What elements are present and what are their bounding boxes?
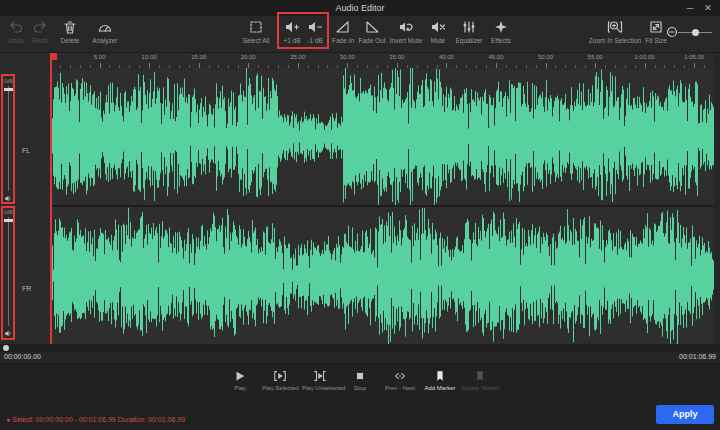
ruler-label: 15.00 — [191, 54, 206, 60]
fit-size-icon — [648, 19, 664, 35]
ruler-label: 55.00 — [588, 54, 603, 60]
volume-up-icon — [284, 19, 300, 35]
fade-out-label: Fade Out — [358, 37, 386, 44]
volume-up-button[interactable]: +1 dB — [281, 19, 303, 44]
stop-label: Stop — [342, 385, 378, 391]
playhead[interactable] — [50, 53, 52, 344]
main-toolbar: Undo Redo Delete Analyzer Select All +1 … — [0, 16, 720, 53]
invert-mute-button[interactable]: Invert Mute — [388, 19, 424, 44]
play-label: Play — [222, 385, 258, 391]
zoom-slider-thumb[interactable] — [692, 29, 699, 36]
fader-fr-thumb[interactable] — [4, 219, 13, 222]
redo-icon — [32, 19, 48, 35]
delete-marker-button[interactable]: Delete Marker — [462, 369, 498, 391]
fader-fl-speaker-icon[interactable] — [4, 194, 13, 203]
play-selected-label: Play Selected — [262, 385, 298, 391]
window-title: Audio Editor — [0, 0, 720, 16]
ruler-label: 45.00 — [488, 54, 503, 60]
play-unselected-button[interactable]: Play Unselected — [302, 369, 338, 391]
invert-mute-icon — [398, 19, 414, 35]
equalizer-label: Equalizer — [452, 37, 486, 44]
ruler-label: 30.00 — [340, 54, 355, 60]
effects-icon — [493, 19, 509, 35]
ruler-label: 1:00.00 — [635, 54, 655, 60]
fader-fr-track[interactable] — [8, 217, 9, 326]
analyzer-icon — [97, 19, 113, 35]
invert-mute-label: Invert Mute — [388, 37, 424, 44]
add-marker-button[interactable]: Add Marker — [422, 369, 458, 391]
fader-fr-scale: 0dB — [3, 209, 14, 215]
fade-in-icon — [335, 19, 351, 35]
volume-down-icon — [307, 19, 323, 35]
play-icon — [233, 369, 247, 383]
bottom-bar: Play Play Selected Play Unselected Stop … — [0, 363, 720, 430]
trash-icon — [62, 19, 78, 35]
undo-label: Undo — [4, 37, 28, 44]
play-selected-button[interactable]: Play Selected — [262, 369, 298, 391]
fader-fl-scale: 0dB — [3, 78, 14, 84]
select-all-icon — [248, 19, 264, 35]
waveform-area[interactable] — [50, 68, 714, 344]
volume-up-label: +1 dB — [281, 37, 303, 44]
close-icon[interactable]: ✕ — [700, 0, 716, 16]
mute-button[interactable]: Mute — [426, 19, 450, 44]
redo-button[interactable]: Redo — [28, 19, 52, 44]
selection-status-text: Select: 00:00:00.00 - 00:01:06.99 Durati… — [12, 416, 185, 423]
zoom-in-selection-label: Zoom In Selection — [588, 37, 642, 44]
undo-button[interactable]: Undo — [4, 19, 28, 44]
status-dot-icon: ● — [6, 416, 10, 423]
current-time: 00:00:00.00 — [4, 353, 41, 360]
fader-fl-thumb[interactable] — [4, 88, 13, 91]
play-button[interactable]: Play — [222, 369, 258, 391]
channel-label-fr: FR — [22, 285, 31, 292]
equalizer-button[interactable]: Equalizer — [452, 19, 486, 44]
select-all-label: Select All — [238, 37, 274, 44]
ruler-label: 5.00 — [94, 54, 106, 60]
zoom-in-selection-button[interactable]: Zoom In Selection — [588, 19, 642, 44]
play-unselected-label: Play Unselected — [302, 385, 338, 391]
effects-button[interactable]: Effects — [488, 19, 514, 44]
delete-button[interactable]: Delete — [55, 19, 85, 44]
scrollbar-thumb[interactable] — [3, 345, 9, 351]
fade-out-icon — [364, 19, 380, 35]
waveform-fl[interactable] — [50, 68, 714, 205]
apply-button[interactable]: Apply — [656, 405, 714, 424]
volume-down-label: -1 dB — [304, 37, 326, 44]
volume-down-button[interactable]: -1 dB — [304, 19, 326, 44]
redo-label: Redo — [28, 37, 52, 44]
fit-size-label: Fit Size — [642, 37, 670, 44]
waveform-fr[interactable] — [50, 207, 714, 344]
delete-label: Delete — [55, 37, 85, 44]
prev-next-icon — [393, 369, 407, 383]
channel-label-fl: FL — [22, 147, 30, 154]
timeline-ruler[interactable]: 5.0010.0015.0020.0025.0030.0035.0040.004… — [50, 53, 714, 68]
fade-in-button[interactable]: Fade In — [330, 19, 356, 44]
minimize-icon[interactable]: ─ — [682, 0, 698, 16]
play-unselected-icon — [313, 369, 327, 383]
horizontal-scrollbar[interactable] — [0, 344, 720, 352]
fader-fl[interactable]: 0dB — [3, 78, 14, 203]
prev-next-button[interactable]: Prev - Next — [382, 369, 418, 391]
stop-icon — [353, 369, 367, 383]
effects-label: Effects — [488, 37, 514, 44]
zoom-slider[interactable] — [666, 26, 712, 38]
play-selected-icon — [273, 369, 287, 383]
stop-button[interactable]: Stop — [342, 369, 378, 391]
mute-label: Mute — [426, 37, 450, 44]
zoom-out-icon[interactable] — [666, 26, 678, 38]
analyzer-button[interactable]: Analyzer — [88, 19, 122, 44]
ruler-label: 1:05.00 — [684, 54, 704, 60]
delete-marker-icon — [473, 369, 487, 383]
fader-fl-track[interactable] — [8, 86, 9, 191]
fade-out-button[interactable]: Fade Out — [358, 19, 386, 44]
fader-fr[interactable]: 0dB — [3, 209, 14, 338]
selection-status: ●Select: 00:00:00.00 - 00:01:06.99 Durat… — [6, 416, 185, 423]
fader-fr-speaker-icon[interactable] — [4, 329, 13, 338]
ruler-label: 50.00 — [538, 54, 553, 60]
ruler-label: 10.00 — [142, 54, 157, 60]
prev-next-label: Prev - Next — [382, 385, 418, 391]
ruler-gutter — [0, 53, 50, 68]
undo-icon — [8, 19, 24, 35]
ruler-label: 40.00 — [439, 54, 454, 60]
select-all-button[interactable]: Select All — [238, 19, 274, 44]
